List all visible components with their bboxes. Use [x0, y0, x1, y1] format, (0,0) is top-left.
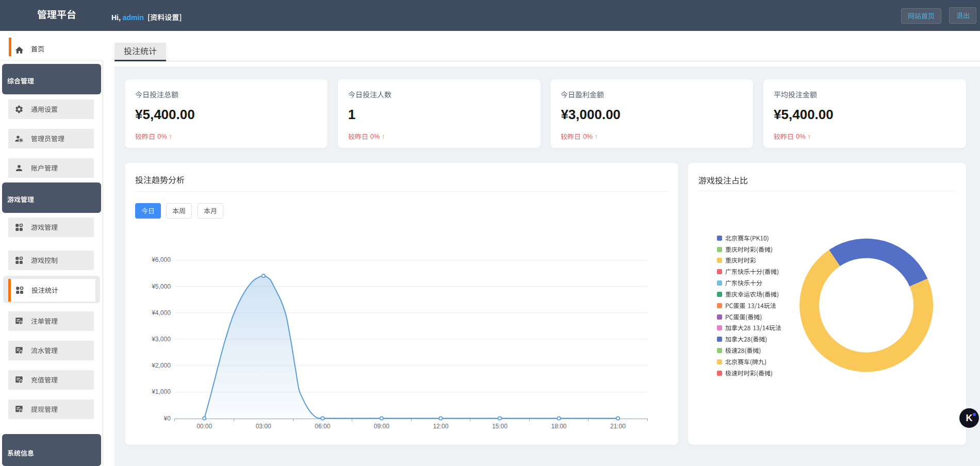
svg-text:¥5,000: ¥5,000: [151, 282, 171, 290]
svg-text:¥0: ¥0: [164, 414, 171, 422]
svg-text:03:00: 03:00: [256, 422, 271, 429]
svg-text:¥3,000: ¥3,000: [151, 336, 171, 343]
svg-text:¥4,000: ¥4,000: [151, 309, 171, 317]
svg-text:21:00: 21:00: [610, 422, 626, 429]
svg-text:18:00: 18:00: [551, 422, 566, 429]
svg-text:09:00: 09:00: [374, 422, 389, 429]
svg-text:¥2,000: ¥2,000: [151, 362, 171, 369]
svg-text:15:00: 15:00: [492, 422, 508, 429]
svg-text:06:00: 06:00: [315, 422, 330, 429]
svg-text:¥1,000: ¥1,000: [151, 388, 171, 395]
svg-text:¥6,000: ¥6,000: [151, 256, 171, 263]
svg-text:00:00: 00:00: [197, 422, 212, 429]
svg-text:12:00: 12:00: [433, 422, 448, 429]
